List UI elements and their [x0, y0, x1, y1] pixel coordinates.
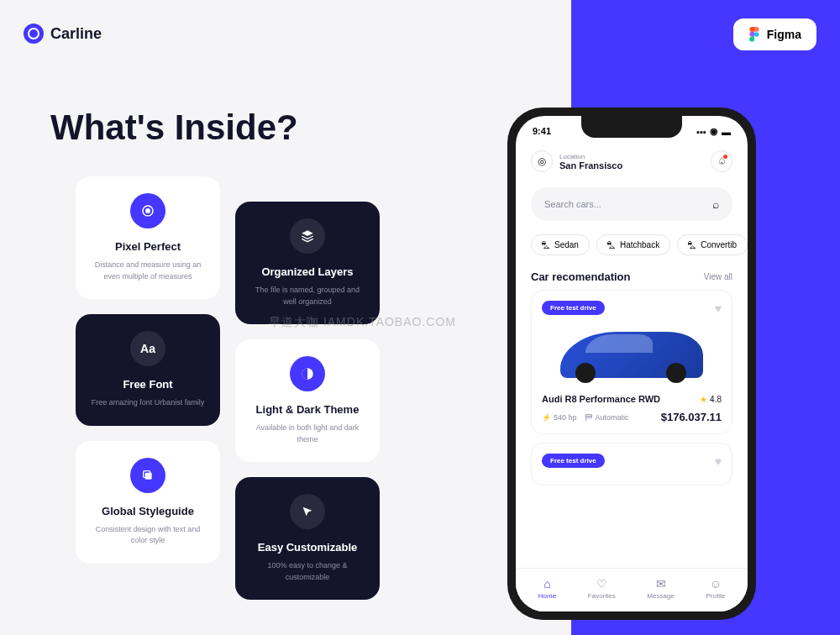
feature-title: Organized Layers — [261, 265, 353, 278]
feature-desc: 100% easy to change & customizable — [249, 560, 366, 583]
search-placeholder: Search cars... — [544, 199, 601, 209]
nav-profile[interactable]: ☺ Profile — [706, 577, 725, 600]
car-icon: ⛍ — [607, 240, 616, 249]
location-selector[interactable]: ◎ Location San Fransisco — [531, 150, 622, 172]
figma-badge: Figma — [733, 18, 816, 50]
location-label: Location — [559, 153, 622, 160]
message-icon: ✉ — [656, 577, 666, 590]
feature-title: Global Styleguide — [102, 505, 194, 517]
feature-free-font: Aa Free Font Free amazing font Urbanist … — [76, 314, 220, 426]
category-chips: ⛍ Sedan ⛍ Hatchback ⛍ Convertib — [516, 228, 748, 262]
svg-point-0 — [754, 32, 759, 36]
battery-icon: ▬ — [722, 127, 731, 137]
location-value: San Fransisco — [559, 160, 622, 171]
signal-icon: ▪▪▪ — [696, 127, 706, 137]
spec-hp: ⚡ 540 hp — [542, 413, 577, 422]
copy-icon — [130, 458, 165, 493]
watermark: 早道大咖 IAMDK.TAOBAO.COM — [269, 315, 456, 330]
bell-icon: ♤ — [717, 155, 727, 167]
svg-point-2 — [146, 209, 150, 213]
car-price: $176.037.11 — [661, 411, 722, 423]
free-test-drive-badge: Free test drive — [542, 454, 605, 468]
feature-pixel-perfect: Pixel Perfect Distance and measure using… — [76, 176, 220, 299]
search-input[interactable]: Search cars... ⌕ — [531, 187, 732, 221]
status-indicators: ▪▪▪ ◉ ▬ — [696, 126, 731, 137]
feature-layers: Organized Layers The file is named, grou… — [235, 202, 380, 324]
nav-favorites[interactable]: ♡ Favorites — [588, 577, 616, 600]
nav-home[interactable]: ⌂ Home — [538, 577, 556, 600]
star-icon: ★ — [700, 395, 707, 404]
layers-icon — [290, 218, 325, 254]
target-icon — [130, 193, 165, 228]
section-title: Car recomendation — [531, 270, 630, 283]
brand-logo: Carline — [24, 24, 102, 44]
section-header: Car recomendation View all — [516, 262, 748, 290]
car-card-top: Free test drive ♥ — [542, 301, 722, 315]
favorite-button[interactable]: ♥ — [715, 454, 722, 468]
car-image — [542, 322, 722, 387]
location-icon: ◎ — [531, 150, 553, 172]
car-card-top: Free test drive ♥ — [542, 454, 722, 468]
chip-label: Convertib — [701, 240, 737, 249]
phone-notch — [581, 116, 682, 138]
car-icon: ⛍ — [542, 240, 550, 249]
headline: What's Inside? — [50, 108, 298, 148]
figma-label: Figma — [767, 28, 801, 41]
feature-customizable: Easy Customizable 100% easy to change & … — [235, 477, 380, 600]
chip-label: Sedan — [554, 240, 579, 249]
gear-icon: ⛿ — [585, 413, 593, 422]
figma-icon — [748, 27, 760, 42]
brand-name: Carline — [50, 25, 102, 43]
svg-rect-3 — [145, 472, 152, 479]
favorite-button[interactable]: ♥ — [715, 302, 722, 315]
feature-desc: Distance and measure using an even multi… — [89, 260, 207, 282]
car-name: Audi R8 Performance RWD — [542, 394, 660, 404]
car-card[interactable]: Free test drive ♥ — [531, 443, 732, 485]
wifi-icon: ◉ — [710, 126, 718, 137]
free-test-drive-badge: Free test drive — [542, 301, 605, 315]
nav-label: Profile — [706, 592, 725, 600]
app-header: ◎ Location San Fransisco ♤ — [516, 142, 748, 181]
chip-sedan[interactable]: ⛍ Sedan — [531, 234, 590, 255]
nav-label: Favorites — [588, 592, 616, 600]
cursor-icon — [290, 494, 325, 529]
feature-desc: The file is named, grouped and well orga… — [249, 285, 366, 307]
heart-icon: ♡ — [596, 577, 607, 590]
phone-screen: 9:41 ▪▪▪ ◉ ▬ ◎ Location San Fransisco ♤ … — [516, 116, 748, 611]
feature-title: Light & Dark Theme — [256, 403, 360, 416]
chip-label: Hatchback — [620, 240, 659, 249]
feature-desc: Consistent design with text and color st… — [89, 524, 207, 547]
feature-styleguide: Global Styleguide Consistent design with… — [76, 441, 220, 564]
rating-value: 4.8 — [710, 395, 722, 404]
feature-grid: Pixel Perfect Distance and measure using… — [76, 176, 380, 600]
feature-col-b: Organized Layers The file is named, grou… — [235, 202, 380, 600]
feature-title: Easy Customizable — [258, 541, 358, 554]
feature-title: Pixel Perfect — [115, 240, 181, 253]
car-rating: ★ 4.8 — [700, 395, 722, 404]
contrast-icon — [290, 356, 325, 391]
feature-theme: Light & Dark Theme Available in both lig… — [235, 339, 380, 462]
search-icon: ⌕ — [712, 197, 719, 211]
nav-label: Home — [538, 592, 556, 600]
feature-col-a: Pixel Perfect Distance and measure using… — [76, 176, 220, 600]
car-name-row: Audi R8 Performance RWD ★ 4.8 — [542, 394, 722, 404]
notifications-button[interactable]: ♤ — [711, 150, 732, 172]
feature-desc: Free amazing font Urbanist family — [92, 397, 205, 409]
bottom-nav: ⌂ Home ♡ Favorites ✉ Message ☺ Profile — [516, 568, 748, 611]
power-icon: ⚡ — [542, 413, 551, 422]
view-all-link[interactable]: View all — [704, 272, 732, 281]
chip-convertible[interactable]: ⛍ Convertib — [677, 234, 748, 255]
profile-icon: ☺ — [710, 577, 722, 590]
car-specs: ⚡ 540 hp ⛿ Automatic $176.037.11 — [542, 411, 722, 423]
feature-title: Free Font — [123, 378, 172, 391]
logo-icon — [24, 24, 44, 44]
nav-message[interactable]: ✉ Message — [647, 577, 674, 600]
car-illustration — [560, 332, 703, 378]
nav-label: Message — [647, 592, 674, 600]
home-icon: ⌂ — [543, 577, 550, 590]
car-card[interactable]: Free test drive ♥ Audi R8 Performance RW… — [531, 290, 732, 434]
chip-hatchback[interactable]: ⛍ Hatchback — [596, 234, 670, 255]
status-time: 9:41 — [533, 126, 551, 137]
feature-desc: Available in both light and dark theme — [249, 422, 366, 445]
font-icon: Aa — [130, 331, 165, 366]
